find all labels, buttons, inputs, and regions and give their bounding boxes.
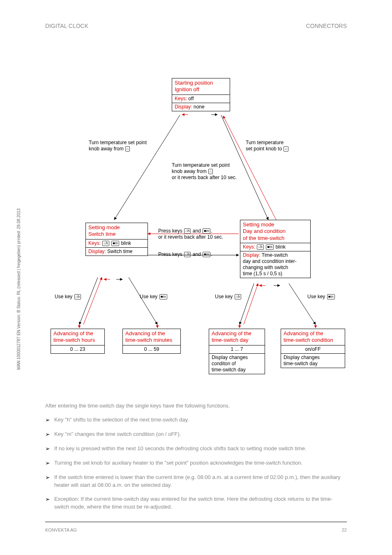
footer-page: 22 [342,527,347,532]
doc-meta-vertical: MAN 1000012787 EN Version: B Status: RL … [16,209,21,370]
footer-rule [45,522,347,522]
svg-line-7 [79,277,98,325]
svg-line-9 [129,277,157,325]
lbl-mid-revert: Turn temperature set pointknob away from… [172,162,237,181]
key-h-icon: ⌂h [184,252,191,257]
chevron-right-icon: ➢ [45,416,54,424]
chevron-right-icon: ➢ [45,473,54,489]
key-m-icon: ■m [203,228,210,234]
key-m-icon: ■m [327,294,335,299]
lbl-knob-to: Turn temperature set point knob to ⌂ [246,140,289,152]
knob-icon: ⌂ [208,169,213,174]
node-setting-day: Setting mode Day and condition of the ti… [240,220,311,278]
header-right: CONNECTORS [306,23,347,29]
lbl-use-day-m: Use key ■m [307,294,335,300]
chevron-right-icon: ➢ [45,430,54,439]
node-setting-switch-time: Setting mode Switch time Keys: ⌂h ■m bli… [85,223,148,256]
svg-line-12 [289,283,316,325]
chevron-right-icon: ➢ [45,459,54,467]
lbl-use-m: Use key ■m [140,294,168,300]
node-start: Starting position Ignition off Keys: off… [172,78,230,111]
key-m-icon: ■m [266,244,274,250]
header-row: DIGITAL CLOCK CONNECTORS [45,23,347,29]
list-item: ➢Exception: If the current time-switch d… [45,495,347,511]
node-adv-minutes: Advancing of the time-switch minutes 0 .… [122,329,181,354]
chevron-right-icon: ➢ [45,495,54,511]
flowchart: Starting position Ignition off Keys: off… [44,43,348,387]
lbl-press-or-revert: Press keys ⌂h and ■m.or it reverts back … [158,228,223,240]
node-adv-condition: Advancing of the time-switch condition o… [281,329,345,368]
knob-icon: ⌂ [284,146,288,152]
header-left: DIGITAL CLOCK [45,23,88,29]
svg-line-10 [240,283,254,325]
key-h-icon: ⌂h [235,294,241,299]
node-adv-hours: Advancing of the time-switch hours 0 ...… [51,329,105,354]
svg-line-0 [114,115,180,220]
footer: KONVEKTA AG 22 [45,527,347,532]
footer-left: KONVEKTA AG [45,527,77,532]
svg-line-8 [83,277,102,325]
key-m-icon: ■m [111,241,119,246]
lbl-press-keys: Press keys ⌂h and ■m. [158,251,212,258]
lbl-use-day-h: Use key ⌂h [215,294,242,300]
list-item: ➢If the switch time entered is lower tha… [45,473,347,489]
chevron-right-icon: ➢ [45,444,54,453]
key-m-icon: ■m [159,294,167,299]
key-h-icon: ⌂h [257,244,263,250]
key-h-icon: ⌂h [184,228,191,234]
intro-para: After entering the time-switch day the s… [45,402,347,410]
lbl-knob-away: Turn temperature set point knob away fro… [89,140,147,152]
knob-icon: ⌂ [125,146,130,152]
key-h-icon: ⌂h [74,294,81,299]
svg-line-11 [244,283,258,325]
lbl-use-h: Use key ⌂h [55,294,81,300]
node-adv-day: Advancing of the time-switch day 1 ... 7… [209,329,265,374]
list-item: ➢Key "m" changes the time switch conditi… [45,430,347,439]
list-item: ➢Key "h" shifts to the selection of the … [45,416,347,424]
key-m-icon: ■m [203,252,210,257]
list-item: ➢Turning the set knob for auxiliary heat… [45,459,347,467]
key-h-icon: ⌂h [102,241,109,246]
list-item: ➢If no key is pressed within the next 10… [45,444,347,453]
body-text: After entering the time-switch day the s… [45,402,347,517]
